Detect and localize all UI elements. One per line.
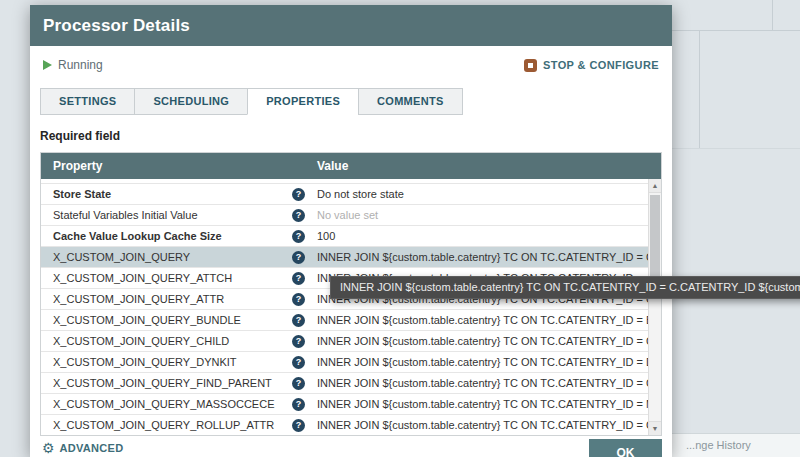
help-cell: ? [286,188,311,201]
property-value: INNER JOIN ${custom.table.catentry} TC O… [311,419,661,431]
help-icon[interactable]: ? [292,293,305,306]
help-cell: ? [286,209,311,222]
property-name: X_CUSTOM_JOIN_QUERY [41,251,286,263]
help-icon[interactable]: ? [292,230,305,243]
value-tooltip: INNER JOIN ${custom.table.catentry} TC O… [330,276,800,299]
table-row[interactable]: Store State ? Do not store state [41,184,661,205]
help-icon[interactable]: ? [292,398,305,411]
gear-icon: ⚙ [42,441,55,455]
dialog-header: Processor Details [30,5,672,46]
column-header-property: Property [41,159,311,173]
status-row: Running STOP & CONFIGURE [30,46,672,84]
help-cell: ? [286,356,311,369]
tab-scheduling[interactable]: SCHEDULING [134,88,248,115]
change-history-label: ...nge History [686,439,751,451]
advanced-label: ADVANCED [60,442,124,454]
stop-configure-button[interactable]: STOP & CONFIGURE [524,59,659,72]
property-name: X_CUSTOM_JOIN_QUERY_ATTCH [41,272,286,284]
table-body: Store State ? Do not store state Statefu… [41,179,661,435]
help-icon[interactable]: ? [292,419,305,432]
ok-button[interactable]: OK [589,439,662,457]
help-icon[interactable]: ? [292,356,305,369]
property-name: Cache Value Lookup Cache Size [41,230,286,242]
help-icon[interactable]: ? [292,251,305,264]
property-name: X_CUSTOM_JOIN_QUERY_ROLLUP_ATTR [41,419,286,431]
help-cell: ? [286,398,311,411]
canvas-grid-line [672,30,800,31]
help-icon[interactable]: ? [292,314,305,327]
property-name: Store State [41,188,286,200]
scroll-down-icon[interactable]: ▼ [649,421,661,435]
help-icon[interactable]: ? [292,272,305,285]
table-row[interactable]: Stateful Variables Initial Value ? No va… [41,205,661,226]
dialog-title: Processor Details [43,16,190,36]
help-cell: ? [286,419,311,432]
table-row[interactable]: X_CUSTOM_JOIN_QUERY ? INNER JOIN ${custo… [41,247,661,268]
tab-label: PROPERTIES [266,95,340,107]
property-name: X_CUSTOM_JOIN_QUERY_DYNKIT [41,356,286,368]
help-cell: ? [286,230,311,243]
advanced-button[interactable]: ⚙ ADVANCED [42,441,123,455]
property-name: X_CUSTOM_JOIN_QUERY_MASSOCCECE [41,398,286,410]
help-cell: ? [286,314,311,327]
table-header: Property Value [41,153,661,179]
canvas-grid-line [672,148,800,149]
table-row[interactable]: X_CUSTOM_JOIN_QUERY_MASSOCCECE ? INNER J… [41,394,661,415]
table-scrollbar[interactable]: ▲ ▼ [648,179,661,435]
help-icon[interactable]: ? [292,209,305,222]
property-name: X_CUSTOM_JOIN_QUERY_FIND_PARENT [41,377,286,389]
status-label: Running [58,58,103,72]
canvas-grid-line [772,0,773,30]
table-row[interactable]: X_CUSTOM_JOIN_QUERY_DYNKIT ? INNER JOIN … [41,352,661,373]
table-row[interactable]: Cache Value Lookup Cache Size ? 100 [41,226,661,247]
required-field-label: Required field [40,129,672,143]
help-cell: ? [286,272,311,285]
property-value: Do not store state [311,188,661,200]
table-row[interactable]: X_CUSTOM_JOIN_QUERY_FIND_PARENT ? INNER … [41,373,661,394]
help-cell: ? [286,377,311,390]
property-value: INNER JOIN ${custom.table.catentry} TC O… [311,398,661,410]
tab-label: COMMENTS [377,95,444,107]
property-value: INNER JOIN ${custom.table.catentry} TC O… [311,335,661,347]
help-cell: ? [286,293,311,306]
column-header-value: Value [311,159,661,173]
tab-label: SCHEDULING [153,95,229,107]
table-row[interactable]: X_CUSTOM_JOIN_QUERY_CHILD ? INNER JOIN $… [41,331,661,352]
help-icon[interactable]: ? [292,335,305,348]
property-value: No value set [311,209,661,221]
change-history-item[interactable]: ...nge History [672,433,800,457]
table-row[interactable]: X_CUSTOM_JOIN_QUERY_BUNDLE ? INNER JOIN … [41,310,661,331]
property-name: X_CUSTOM_JOIN_QUERY_BUNDLE [41,314,286,326]
tab-bar: SETTINGS SCHEDULING PROPERTIES COMMENTS [40,88,672,115]
property-value: INNER JOIN ${custom.table.catentry} TC O… [311,251,661,263]
stop-configure-label: STOP & CONFIGURE [543,59,659,71]
running-icon [43,60,52,70]
scroll-up-icon[interactable]: ▲ [649,179,661,193]
tab-label: SETTINGS [59,95,116,107]
table-row[interactable]: X_CUSTOM_JOIN_QUERY_ROLLUP_ATTR ? INNER … [41,415,661,435]
property-name: Stateful Variables Initial Value [41,209,286,221]
help-cell: ? [286,335,311,348]
property-name: X_CUSTOM_JOIN_QUERY_CHILD [41,335,286,347]
tab-comments[interactable]: COMMENTS [358,88,463,115]
property-value: INNER JOIN ${custom.table.catentry} TC O… [311,377,661,389]
property-value: INNER JOIN ${custom.table.catentry} TC O… [311,314,661,326]
help-icon[interactable]: ? [292,377,305,390]
stop-configure-icon [524,59,537,72]
tab-settings[interactable]: SETTINGS [40,88,135,115]
help-icon[interactable]: ? [292,188,305,201]
canvas-grid-line [699,30,700,148]
processor-details-dialog: Processor Details Running STOP & CONFIGU… [30,5,672,457]
table-rows: Store State ? Do not store state Statefu… [41,179,661,435]
help-cell: ? [286,251,311,264]
property-value: INNER JOIN ${custom.table.catentry} TC O… [311,356,661,368]
property-value: 100 [311,230,661,242]
property-name: X_CUSTOM_JOIN_QUERY_ATTR [41,293,286,305]
tab-properties[interactable]: PROPERTIES [247,88,359,115]
